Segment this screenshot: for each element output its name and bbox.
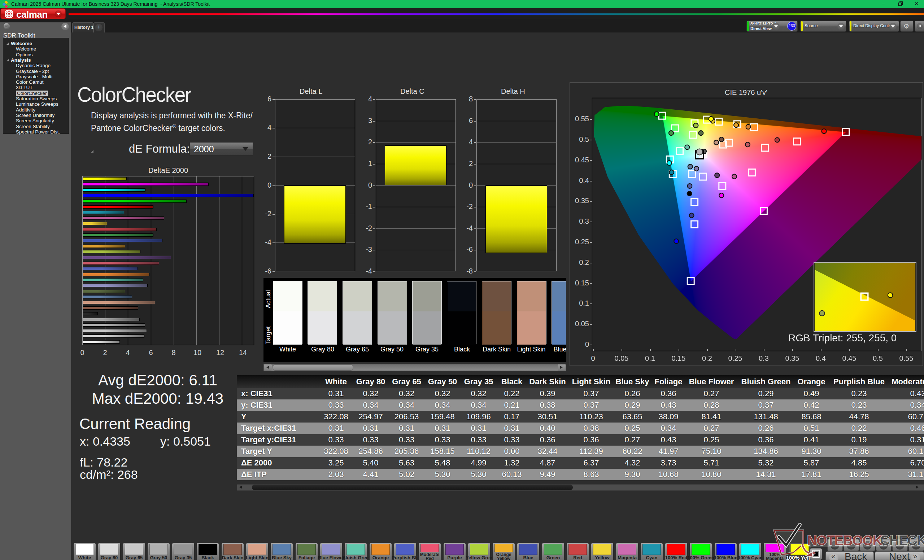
svg-text:CHECK: CHECK: [880, 533, 924, 548]
svg-text:NOTEBOOK: NOTEBOOK: [807, 533, 883, 548]
